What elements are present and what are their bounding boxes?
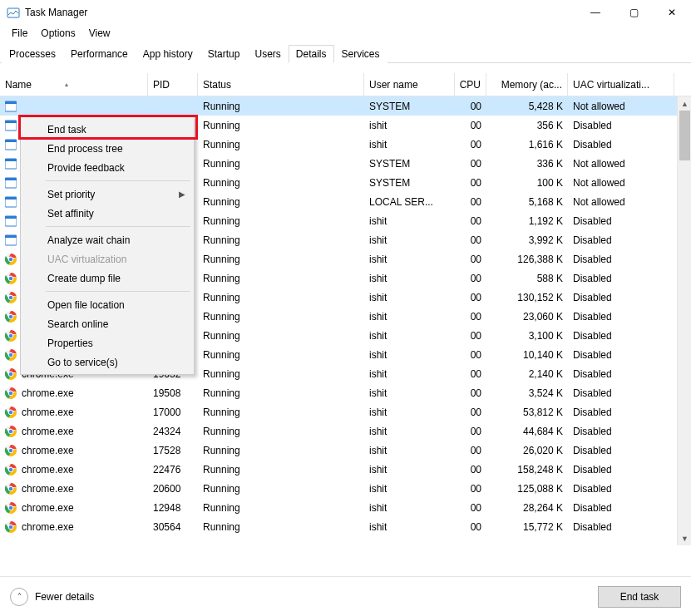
context-menu-go-to-service-s[interactable]: Go to service(s) (22, 352, 192, 372)
chrome-icon (5, 464, 17, 476)
process-status: Running (198, 211, 364, 230)
submenu-arrow-icon: ▶ (179, 190, 185, 199)
process-cpu: 00 (455, 479, 486, 498)
svg-point-55 (9, 486, 12, 490)
process-cpu: 00 (455, 307, 486, 326)
context-menu-item-label: Provide feedback (47, 162, 125, 174)
table-row[interactable]: chrome.exe22476Runningishit00158,248 KDi… (0, 460, 691, 479)
col-header-user[interactable]: User name (364, 73, 455, 96)
menu-options[interactable]: Options (34, 26, 81, 41)
process-memory: 44,684 K (486, 421, 568, 441)
context-menu-separator (46, 226, 190, 227)
col-header-cpu[interactable]: CPU (455, 73, 486, 96)
scroll-thumb[interactable] (679, 111, 690, 160)
context-menu-properties[interactable]: Properties (22, 333, 192, 352)
col-header-pid[interactable]: PID (148, 73, 198, 96)
process-memory: 5,168 K (486, 192, 568, 211)
process-name: chrome.exe (22, 426, 74, 437)
context-menu-search-online[interactable]: Search online (22, 314, 192, 333)
table-row[interactable]: chrome.exe20600Runningishit00125,088 KDi… (0, 479, 691, 498)
process-cpu: 00 (455, 230, 486, 249)
menu-file[interactable]: File (5, 26, 34, 41)
context-menu-open-file-location[interactable]: Open file location (22, 295, 192, 314)
scroll-up-arrow-icon[interactable]: ▲ (678, 96, 691, 111)
process-status: Running (198, 96, 364, 116)
svg-point-34 (9, 352, 12, 356)
chrome-icon (5, 387, 17, 399)
process-memory: 53,812 K (486, 402, 568, 421)
window-title: Task Manager (25, 7, 87, 18)
vertical-scrollbar[interactable]: ▲ ▼ (677, 96, 691, 545)
window-icon (5, 196, 17, 208)
process-cpu: 00 (455, 154, 486, 173)
col-header-uac[interactable]: UAC virtualizati... (568, 73, 674, 96)
process-pid: 30564 (148, 517, 198, 536)
process-uac: Disabled (568, 402, 674, 421)
process-name: chrome.exe (22, 483, 74, 495)
table-row[interactable]: chrome.exe12948Runningishit0028,264 KDis… (0, 498, 691, 517)
svg-point-52 (9, 467, 12, 471)
process-status: Running (198, 173, 364, 192)
svg-rect-6 (5, 140, 17, 142)
process-user: SYSTEM (364, 154, 455, 173)
scroll-down-arrow-icon[interactable]: ▼ (678, 531, 691, 545)
context-menu-end-task[interactable]: End task (22, 120, 192, 139)
context-menu-item-label: Analyze wait chain (47, 234, 130, 246)
tab-services[interactable]: Services (334, 45, 387, 63)
context-menu-item-label: UAC virtualization (47, 254, 126, 265)
svg-rect-16 (5, 235, 17, 238)
process-user: ishit (364, 135, 455, 154)
menu-view[interactable]: View (82, 26, 117, 41)
close-button[interactable]: ✕ (653, 0, 691, 25)
process-memory: 26,020 K (486, 441, 568, 460)
window-icon (5, 234, 17, 246)
process-uac: Disabled (568, 421, 674, 441)
table-row[interactable]: RunningSYSTEM005,428 KNot allowed (0, 96, 691, 116)
svg-point-58 (9, 505, 12, 509)
svg-point-46 (9, 429, 12, 432)
process-memory: 10,140 K (486, 345, 568, 364)
process-name: chrome.exe (22, 445, 74, 456)
process-memory: 126,388 K (486, 249, 568, 269)
process-uac: Not allowed (568, 192, 674, 211)
process-status: Running (198, 154, 364, 173)
end-task-button[interactable]: End task (598, 586, 681, 608)
maximize-button[interactable]: ▢ (614, 0, 653, 25)
context-menu-provide-feedback[interactable]: Provide feedback (22, 158, 192, 177)
fewer-details-toggle[interactable]: ˄ Fewer details (10, 588, 94, 606)
app-icon (7, 6, 20, 19)
context-menu-set-priority[interactable]: Set priority▶ (22, 185, 192, 204)
process-uac: Disabled (568, 288, 674, 307)
context-menu-end-process-tree[interactable]: End process tree (22, 139, 192, 158)
tab-startup[interactable]: Startup (200, 45, 248, 63)
tab-processes[interactable]: Processes (2, 45, 63, 63)
tab-app-history[interactable]: App history (136, 45, 200, 63)
process-status: Running (198, 249, 364, 269)
process-pid: 17000 (148, 402, 198, 421)
process-uac: Disabled (568, 479, 674, 498)
process-uac: Not allowed (568, 154, 674, 173)
col-header-name[interactable]: Name▴ (0, 73, 148, 96)
process-status: Running (198, 441, 364, 460)
menu-bar: File Options View (0, 25, 691, 42)
process-pid: 12948 (148, 498, 198, 517)
process-status: Running (198, 460, 364, 479)
col-header-status[interactable]: Status (198, 73, 364, 96)
tab-details[interactable]: Details (289, 45, 334, 63)
process-uac: Disabled (568, 307, 674, 326)
table-row[interactable]: chrome.exe17000Runningishit0053,812 KDis… (0, 402, 691, 421)
context-menu-analyze-wait-chain[interactable]: Analyze wait chain (22, 230, 192, 249)
context-menu-create-dump-file[interactable]: Create dump file (22, 269, 192, 288)
table-row[interactable]: chrome.exe30564Runningishit0015,772 KDis… (0, 517, 691, 536)
chrome-icon (5, 254, 17, 265)
column-header-row: Name▴ PID Status User name CPU Memory (a… (0, 73, 691, 96)
col-header-memory[interactable]: Memory (ac... (486, 73, 568, 96)
window-icon (5, 177, 17, 189)
context-menu-set-affinity[interactable]: Set affinity (22, 204, 192, 223)
tab-performance[interactable]: Performance (63, 45, 136, 63)
table-row[interactable]: chrome.exe19508Runningishit003,524 KDisa… (0, 383, 691, 402)
tab-users[interactable]: Users (247, 45, 288, 63)
minimize-button[interactable]: — (576, 0, 614, 25)
table-row[interactable]: chrome.exe24324Runningishit0044,684 KDis… (0, 421, 691, 441)
table-row[interactable]: chrome.exe17528Runningishit0026,020 KDis… (0, 441, 691, 460)
